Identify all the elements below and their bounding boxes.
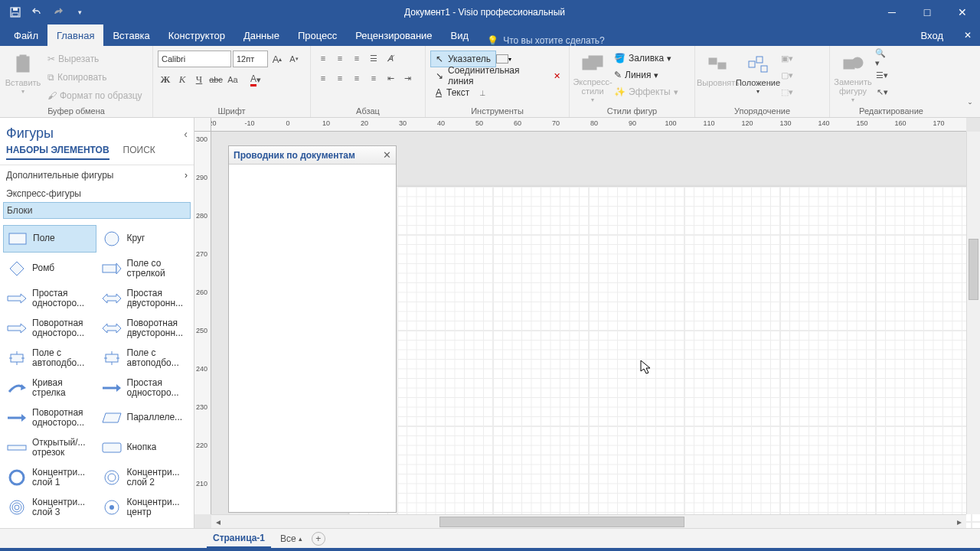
- shape-item[interactable]: Поле с автоподбо...: [3, 344, 96, 372]
- shape-item[interactable]: Простая односторо...: [98, 374, 191, 402]
- shape-item[interactable]: Поворотная односторо...: [3, 315, 96, 342]
- tell-me[interactable]: 💡 Что вы хотите сделать?: [487, 35, 605, 46]
- shape-item[interactable]: Открытый/... отрезок: [3, 434, 96, 461]
- minimize-button[interactable]: ─: [874, 0, 910, 24]
- more-shapes-button[interactable]: Дополнительные фигуры›: [0, 165, 194, 185]
- font-size-combo[interactable]: 12пт: [233, 51, 268, 67]
- cut-button[interactable]: ✂Вырезать: [44, 51, 145, 67]
- shrink-font-button[interactable]: A▾: [286, 51, 302, 67]
- shape-item[interactable]: Круг: [98, 225, 191, 253]
- increase-indent-button[interactable]: ⇥: [400, 70, 415, 86]
- format-painter-button[interactable]: 🖌Формат по образцу: [44, 87, 145, 104]
- all-pages-button[interactable]: Все▴: [280, 533, 302, 544]
- justify-button[interactable]: ≡: [366, 70, 381, 86]
- horizontal-scrollbar[interactable]: ◂ ▸: [211, 514, 966, 528]
- connection-point-tool[interactable]: ⟂: [475, 85, 490, 100]
- close-help-button[interactable]: ✕: [956, 24, 980, 46]
- drawing-page[interactable]: [349, 187, 980, 528]
- line-button[interactable]: ✎Линия ▾: [614, 67, 678, 83]
- shape-item[interactable]: Ромб: [3, 255, 96, 282]
- document-explorer-body[interactable]: [229, 165, 396, 512]
- align-bottom-button[interactable]: ≡: [349, 51, 364, 66]
- copy-button[interactable]: ⧉Копировать: [44, 69, 145, 86]
- paste-button[interactable]: Вставить ▾: [5, 51, 41, 104]
- tab-design[interactable]: Конструктор: [159, 24, 234, 46]
- quick-styles-button[interactable]: Экспресс-стили▾: [574, 51, 611, 104]
- scroll-right-icon[interactable]: ▸: [952, 515, 966, 529]
- tab-insert[interactable]: Вставка: [103, 24, 158, 46]
- tab-data[interactable]: Данные: [234, 24, 289, 46]
- shape-item[interactable]: Концентри... слой 2: [98, 464, 191, 491]
- quick-shapes-category[interactable]: Экспресс-фигуры: [0, 185, 194, 202]
- shape-item[interactable]: Поле с автоподбо...: [98, 344, 191, 372]
- position-button[interactable]: Положение▾: [740, 51, 776, 104]
- group-button[interactable]: ⬚▾: [779, 84, 795, 99]
- font-name-combo[interactable]: Calibri: [158, 51, 231, 67]
- canvas-viewport[interactable]: Проводник по документам ✕: [211, 132, 966, 514]
- bold-button[interactable]: Ж: [158, 72, 173, 87]
- tab-view[interactable]: Вид: [442, 24, 479, 46]
- send-back-button[interactable]: ▢▾: [779, 67, 795, 83]
- change-shape-button[interactable]: Заменить фигуру▾: [835, 51, 871, 104]
- shape-item[interactable]: Концентри... слой 1: [3, 464, 96, 491]
- shape-item[interactable]: Параллеле...: [98, 404, 191, 432]
- decrease-indent-button[interactable]: ⇤: [383, 70, 398, 86]
- page-tab-1[interactable]: Страница-1: [207, 530, 271, 548]
- align-center-button[interactable]: ≡: [332, 70, 348, 86]
- close-icon[interactable]: ✕: [383, 149, 391, 161]
- find-button[interactable]: 🔍▾: [874, 51, 890, 66]
- layers-button[interactable]: ☰▾: [874, 67, 890, 83]
- shape-item[interactable]: Простая двусторонн...: [98, 285, 191, 312]
- undo-icon[interactable]: [28, 3, 46, 21]
- shapes-pane-collapse-icon[interactable]: ‹: [184, 128, 188, 140]
- delete-connector-button[interactable]: ✕: [550, 68, 564, 83]
- fill-button[interactable]: 🪣Заливка ▾: [614, 51, 678, 66]
- font-color-button[interactable]: A▾: [248, 72, 263, 87]
- text-tool[interactable]: AТекст: [430, 84, 475, 101]
- vertical-ruler[interactable]: 300290280270260250240230220210200: [194, 132, 211, 514]
- scrollbar-thumb[interactable]: [969, 239, 978, 300]
- maximize-button[interactable]: □: [910, 0, 945, 24]
- tab-process[interactable]: Процесс: [289, 24, 346, 46]
- effects-button[interactable]: ✨Эффекты ▾: [614, 84, 678, 99]
- scrollbar-thumb[interactable]: [439, 517, 684, 527]
- save-icon[interactable]: [6, 3, 24, 21]
- bring-front-button[interactable]: ▣▾: [779, 51, 795, 66]
- italic-button[interactable]: К: [175, 72, 190, 87]
- shape-item[interactable]: Кривая стрелка: [3, 374, 96, 402]
- grow-font-button[interactable]: A▴: [270, 51, 285, 67]
- bullets-button[interactable]: ☰: [366, 51, 381, 66]
- shape-item[interactable]: Концентри... слой 3: [3, 494, 96, 521]
- qat-customize-icon[interactable]: ▾: [70, 3, 89, 21]
- connector-tool[interactable]: ↘Соединительная линия: [430, 67, 550, 84]
- close-button[interactable]: ✕: [945, 0, 980, 24]
- select-button[interactable]: ↖▾: [874, 84, 890, 99]
- scroll-left-icon[interactable]: ◂: [211, 515, 225, 529]
- redo-icon[interactable]: [49, 3, 67, 21]
- shape-item[interactable]: Кнопка: [98, 434, 191, 461]
- vertical-scrollbar[interactable]: [966, 132, 980, 514]
- strike-button[interactable]: abc: [208, 72, 224, 87]
- align-middle-button[interactable]: ≡: [332, 51, 348, 66]
- change-case-button[interactable]: Aa: [225, 72, 240, 87]
- tab-file[interactable]: Файл: [5, 24, 47, 46]
- align-left-button[interactable]: ≡: [315, 70, 331, 86]
- collapse-ribbon-button[interactable]: ˇ: [963, 100, 977, 114]
- sign-in[interactable]: Вход: [909, 24, 956, 46]
- underline-button[interactable]: Ч: [191, 72, 207, 87]
- shape-item[interactable]: Поле со стрелкой: [98, 255, 191, 282]
- align-button[interactable]: Выровнять: [700, 51, 737, 104]
- tab-home[interactable]: Главная: [47, 24, 103, 46]
- tab-review[interactable]: Рецензирование: [346, 24, 441, 46]
- blocks-category[interactable]: Блоки: [3, 202, 191, 219]
- shape-item[interactable]: Концентри... центр: [98, 494, 191, 521]
- rectangle-tool[interactable]: [496, 54, 508, 64]
- align-right-button[interactable]: ≡: [349, 70, 364, 86]
- horizontal-ruler[interactable]: -20-100102030405060708090100110120130140…: [211, 118, 966, 132]
- shapes-tab-search[interactable]: ПОИСК: [123, 145, 155, 160]
- shape-item[interactable]: Поворотная односторо...: [3, 404, 96, 432]
- align-top-button[interactable]: ≡: [315, 51, 331, 66]
- shapes-tab-sets[interactable]: НАБОРЫ ЭЛЕМЕНТОВ: [6, 145, 109, 160]
- add-page-button[interactable]: +: [312, 532, 325, 546]
- document-explorer-titlebar[interactable]: Проводник по документам ✕: [229, 146, 396, 165]
